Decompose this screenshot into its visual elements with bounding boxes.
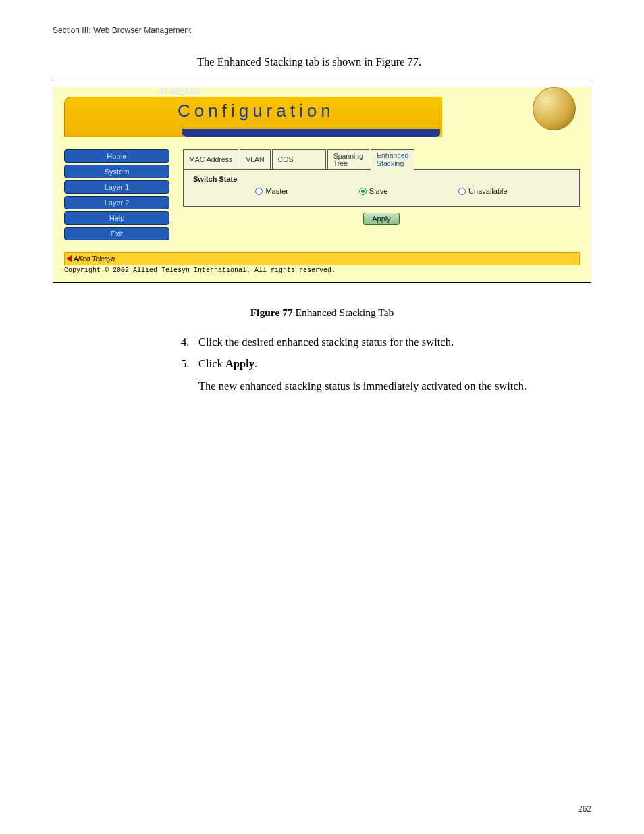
step-text-pre: Click (198, 357, 225, 370)
step-number: 4. (181, 335, 198, 350)
figure-number: Figure 77 (250, 307, 293, 318)
radio-label: Unavailable (468, 187, 507, 195)
tab-panel: Switch State Master Slave Unavailable (183, 169, 580, 207)
section-header: Section III: Web Browser Management (53, 26, 191, 35)
tab-vlan[interactable]: VLAN (240, 149, 270, 170)
sidebar: Home System Layer 1 Layer 2 Help Exit (64, 149, 169, 242)
sidebar-item-help[interactable]: Help (64, 211, 169, 225)
sidebar-item-exit[interactable]: Exit (64, 227, 169, 240)
page-number: 262 (578, 804, 591, 814)
globe-icon (533, 87, 576, 130)
step-text-post: . (254, 357, 257, 370)
sidebar-item-layer2[interactable]: Layer 2 (64, 196, 169, 209)
radio-icon (255, 188, 263, 195)
brand-text: Allied Telesyn (74, 255, 115, 263)
device-model: AT-8024GB (159, 87, 200, 97)
main-pane: MAC Address VLAN COS Spanning Tree Enhan… (183, 149, 580, 225)
figure-caption: Figure 77 Enhanced Stacking Tab (0, 307, 644, 319)
intro-text: The Enhanced Stacking tab is shown in Fi… (197, 55, 421, 69)
radio-label: Master (265, 187, 288, 195)
brand-logo: Allied Telesyn (66, 255, 115, 263)
tab-mac-address[interactable]: MAC Address (183, 149, 238, 170)
step-number: 5. (181, 357, 198, 371)
step-text: Click Apply. (198, 357, 593, 371)
step-text-bold: Apply (225, 357, 254, 370)
step-text: Click the desired enhanced stacking stat… (198, 335, 593, 350)
radio-icon (359, 188, 367, 195)
radio-master[interactable]: Master (255, 187, 288, 195)
apply-button[interactable]: Apply (363, 213, 400, 225)
step-subtext: The new enhanced stacking status is imme… (198, 379, 593, 394)
copyright: Copyright © 2002 Allied Telesyn Internat… (64, 267, 580, 274)
radio-label: Slave (369, 187, 388, 195)
switch-state-radios: Master Slave Unavailable (193, 183, 570, 197)
sidebar-item-layer1[interactable]: Layer 1 (64, 180, 169, 194)
figure-screenshot: AT-8024GB Configuration Home System Laye… (53, 80, 591, 283)
footer-stripe: Allied Telesyn (64, 252, 580, 265)
sidebar-item-system[interactable]: System (64, 165, 169, 178)
banner-dark-bar (182, 129, 440, 137)
instruction-list: 4. Click the desired enhanced stacking s… (181, 335, 593, 394)
radio-icon (458, 188, 466, 195)
page-title: Configuration (178, 101, 335, 122)
switch-state-label: Switch State (193, 175, 570, 183)
logo-icon (66, 255, 72, 262)
radio-slave[interactable]: Slave (359, 187, 388, 195)
tab-enhanced-stacking[interactable]: Enhanced Stacking (371, 149, 414, 170)
figure-title: Enhanced Stacking Tab (293, 307, 394, 318)
tab-spanning-tree[interactable]: Spanning Tree (327, 149, 369, 170)
sidebar-item-home[interactable]: Home (64, 149, 169, 163)
tab-bar: MAC Address VLAN COS Spanning Tree Enhan… (183, 149, 580, 170)
radio-unavailable[interactable]: Unavailable (458, 187, 507, 195)
banner: AT-8024GB Configuration (64, 87, 580, 137)
tab-cos[interactable]: COS (272, 149, 326, 170)
